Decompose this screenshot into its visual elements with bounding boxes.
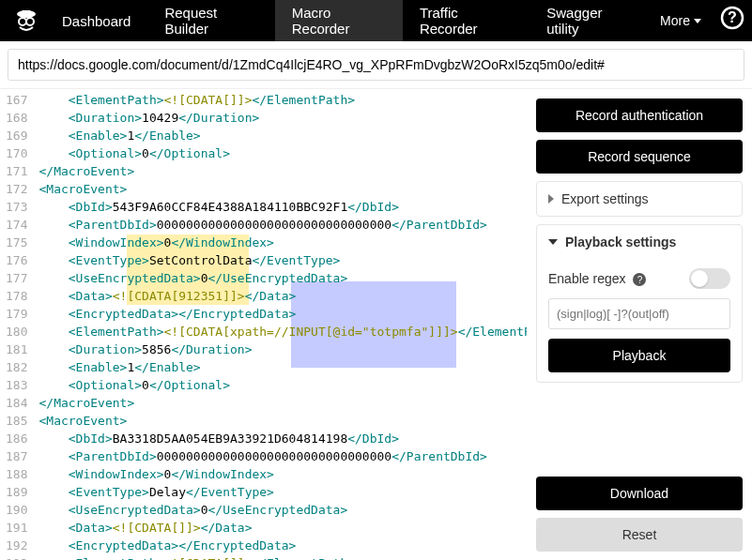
- chevron-down-icon: [548, 239, 558, 245]
- export-settings-panel: Export settings: [536, 181, 743, 217]
- playback-settings-body: Enable regex ? Playback: [537, 259, 742, 382]
- code-line[interactable]: <EventType>SetControlData</EventType>: [35, 251, 527, 269]
- code-line[interactable]: <ElementPath><![CDATA[xpath=//INPUT[@id=…: [35, 323, 527, 341]
- code-line[interactable]: </MacroEvent>: [35, 162, 527, 180]
- code-content[interactable]: <ElementPath><![CDATA[]]></ElementPath> …: [35, 89, 527, 560]
- code-line[interactable]: <Data><![CDATA[912351]]></Data>: [35, 287, 527, 305]
- playback-settings-panel: Playback settings Enable regex ? Playbac…: [536, 224, 743, 383]
- code-line[interactable]: <Optional>0</Optional>: [35, 376, 527, 394]
- code-line[interactable]: <MacroEvent>: [35, 180, 527, 198]
- nav-item-dashboard[interactable]: Dashboard: [45, 0, 147, 41]
- download-button[interactable]: Download: [536, 477, 743, 510]
- reset-button[interactable]: Reset: [536, 518, 743, 552]
- url-input[interactable]: [8, 49, 744, 81]
- record-authentication-button[interactable]: Record authentication: [536, 98, 743, 132]
- code-line[interactable]: <Enable>1</Enable>: [35, 127, 527, 144]
- code-line[interactable]: <ParentDbId>0000000000000000000000000000…: [35, 447, 527, 465]
- code-line[interactable]: <Optional>0</Optional>: [35, 144, 527, 162]
- enable-regex-label: Enable regex ?: [548, 271, 646, 287]
- playback-settings-label: Playback settings: [565, 235, 676, 250]
- regex-input[interactable]: [548, 298, 730, 329]
- code-line[interactable]: <EncryptedData></EncryptedData>: [35, 305, 527, 323]
- export-settings-header[interactable]: Export settings: [537, 182, 742, 216]
- code-line[interactable]: </MacroEvent>: [35, 394, 527, 412]
- record-sequence-button[interactable]: Record sequence: [536, 140, 743, 174]
- svg-point-3: [26, 18, 34, 25]
- bottom-buttons: Download Reset: [536, 477, 743, 552]
- svg-text:?: ?: [728, 9, 737, 25]
- sidebar: Record authentication Record sequence Ex…: [527, 89, 752, 560]
- code-line[interactable]: <ElementPath><![CDATA[]]></ElementPath>: [35, 91, 527, 109]
- chevron-right-icon: [548, 194, 554, 204]
- chevron-down-icon: [694, 19, 701, 23]
- enable-regex-row: Enable regex ?: [548, 268, 730, 289]
- help-tooltip-icon[interactable]: ?: [633, 273, 646, 286]
- code-line[interactable]: <UseEncryptedData>0</UseEncryptedData>: [35, 501, 527, 519]
- code-line[interactable]: <ParentDbId>0000000000000000000000000000…: [35, 216, 527, 234]
- code-editor[interactable]: 1671681691701711721731741751761771781791…: [0, 89, 527, 560]
- nav-item-traffic-recorder[interactable]: Traffic Recorder: [403, 0, 529, 41]
- export-settings-label: Export settings: [561, 191, 649, 206]
- main-area: 1671681691701711721731741751761771781791…: [0, 89, 752, 560]
- line-gutter: 1671681691701711721731741751761771781791…: [0, 89, 35, 560]
- code-line[interactable]: <WindowIndex>0</WindowIndex>: [35, 465, 527, 483]
- spy-icon: [12, 7, 40, 35]
- code-line[interactable]: <Data><![CDATA[]]></Data>: [35, 519, 527, 537]
- code-line[interactable]: <Enable>1</Enable>: [35, 358, 527, 376]
- code-line[interactable]: <DbId>543F9A60CCF84E4388A184110BBC92F1</…: [35, 198, 527, 216]
- more-label: More: [660, 13, 690, 28]
- topbar: DashboardRequest BuilderMacro RecorderTr…: [0, 0, 752, 41]
- enable-regex-toggle[interactable]: [689, 268, 730, 289]
- nav-item-macro-recorder[interactable]: Macro Recorder: [275, 0, 403, 41]
- code-line[interactable]: <EventType>Delay</EventType>: [35, 483, 527, 501]
- playback-button[interactable]: Playback: [548, 339, 730, 372]
- svg-point-2: [19, 18, 26, 25]
- url-bar: [0, 41, 752, 89]
- code-line[interactable]: <WindowIndex>0</WindowIndex>: [35, 234, 527, 251]
- code-line[interactable]: <ElementPath><![CDATA[]]></ElementPath>: [35, 554, 527, 560]
- nav-item-swagger-utility[interactable]: Swagger utility: [529, 0, 649, 41]
- app-logo: [8, 2, 45, 39]
- help-icon[interactable]: ?: [720, 6, 744, 36]
- code-line[interactable]: <Duration>5856</Duration>: [35, 341, 527, 358]
- code-line[interactable]: <EncryptedData></EncryptedData>: [35, 537, 527, 554]
- nav-item-request-builder[interactable]: Request Builder: [147, 0, 274, 41]
- more-menu[interactable]: More: [649, 13, 713, 28]
- main-nav: DashboardRequest BuilderMacro RecorderTr…: [45, 0, 649, 41]
- playback-settings-header[interactable]: Playback settings: [537, 225, 742, 259]
- code-line[interactable]: <DbId>BA3318D5AA054EB9A33921D604814198</…: [35, 430, 527, 447]
- code-line[interactable]: <Duration>10429</Duration>: [35, 109, 527, 127]
- svg-rect-1: [22, 10, 31, 15]
- code-line[interactable]: <UseEncryptedData>0</UseEncryptedData>: [35, 269, 527, 287]
- code-line[interactable]: <MacroEvent>: [35, 412, 527, 430]
